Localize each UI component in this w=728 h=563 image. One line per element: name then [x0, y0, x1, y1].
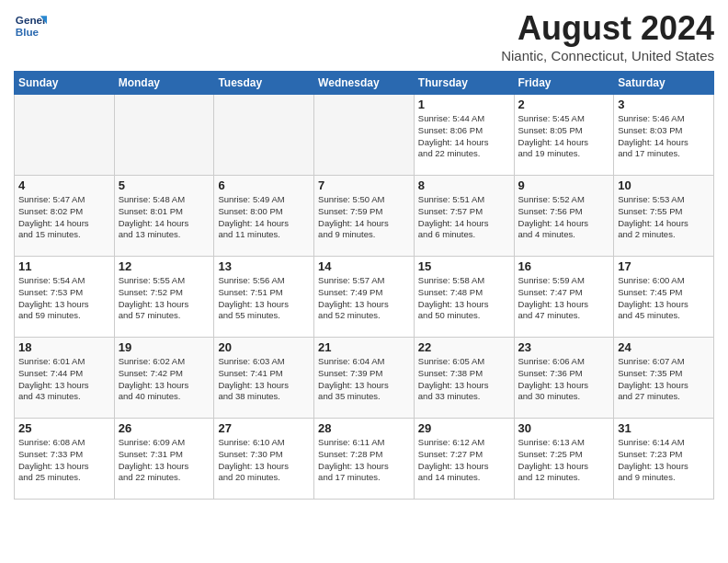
day-info: Sunrise: 5:58 AM Sunset: 7:48 PM Dayligh… [418, 275, 510, 322]
day-number: 11 [18, 259, 110, 273]
calendar-cell [314, 95, 415, 176]
day-info: Sunrise: 6:03 AM Sunset: 7:41 PM Dayligh… [218, 356, 310, 403]
day-number: 30 [518, 421, 610, 435]
calendar-cell: 27Sunrise: 6:10 AM Sunset: 7:30 PM Dayli… [214, 419, 314, 500]
calendar-week-row: 25Sunrise: 6:08 AM Sunset: 7:33 PM Dayli… [15, 419, 714, 500]
day-number: 17 [618, 259, 710, 273]
calendar-cell: 2Sunrise: 5:45 AM Sunset: 8:05 PM Daylig… [514, 95, 614, 176]
calendar-week-row: 11Sunrise: 5:54 AM Sunset: 7:53 PM Dayli… [15, 257, 714, 338]
day-header-sunday: Sunday [15, 72, 115, 95]
day-info: Sunrise: 5:50 AM Sunset: 7:59 PM Dayligh… [318, 194, 410, 241]
day-number: 12 [119, 259, 210, 273]
calendar-cell: 19Sunrise: 6:02 AM Sunset: 7:42 PM Dayli… [114, 338, 214, 419]
day-info: Sunrise: 5:46 AM Sunset: 8:03 PM Dayligh… [618, 113, 710, 160]
day-number: 26 [119, 421, 210, 435]
day-number: 22 [418, 340, 510, 354]
calendar-cell: 21Sunrise: 6:04 AM Sunset: 7:39 PM Dayli… [314, 338, 415, 419]
day-info: Sunrise: 6:02 AM Sunset: 7:42 PM Dayligh… [119, 356, 210, 403]
day-number: 2 [518, 98, 610, 111]
page-header: General Blue General Blue August 2024 Ni… [14, 9, 714, 63]
calendar-cell: 26Sunrise: 6:09 AM Sunset: 7:31 PM Dayli… [114, 419, 214, 500]
calendar-cell: 28Sunrise: 6:11 AM Sunset: 7:28 PM Dayli… [314, 419, 415, 500]
calendar-cell: 15Sunrise: 5:58 AM Sunset: 7:48 PM Dayli… [414, 257, 514, 338]
day-number: 25 [18, 421, 110, 435]
day-info: Sunrise: 6:06 AM Sunset: 7:36 PM Dayligh… [518, 356, 610, 403]
day-number: 9 [518, 178, 610, 192]
calendar-cell: 12Sunrise: 5:55 AM Sunset: 7:52 PM Dayli… [114, 257, 214, 338]
calendar-cell: 7Sunrise: 5:50 AM Sunset: 7:59 PM Daylig… [314, 176, 415, 257]
calendar-cell: 24Sunrise: 6:07 AM Sunset: 7:35 PM Dayli… [614, 338, 714, 419]
day-header-wednesday: Wednesday [314, 72, 415, 95]
day-info: Sunrise: 5:51 AM Sunset: 7:57 PM Dayligh… [418, 194, 510, 241]
day-info: Sunrise: 5:54 AM Sunset: 7:53 PM Dayligh… [18, 275, 110, 322]
day-info: Sunrise: 5:48 AM Sunset: 8:01 PM Dayligh… [119, 194, 210, 241]
day-info: Sunrise: 6:08 AM Sunset: 7:33 PM Dayligh… [18, 437, 110, 484]
calendar-cell: 25Sunrise: 6:08 AM Sunset: 7:33 PM Dayli… [15, 419, 115, 500]
day-number: 4 [18, 178, 110, 192]
calendar-cell: 18Sunrise: 6:01 AM Sunset: 7:44 PM Dayli… [15, 338, 115, 419]
day-info: Sunrise: 6:04 AM Sunset: 7:39 PM Dayligh… [318, 356, 410, 403]
calendar-header-row: SundayMondayTuesdayWednesdayThursdayFrid… [15, 72, 714, 95]
day-number: 29 [418, 421, 510, 435]
location: Niantic, Connecticut, United States [501, 48, 714, 63]
calendar-cell [114, 95, 214, 176]
day-header-saturday: Saturday [614, 72, 714, 95]
day-info: Sunrise: 6:11 AM Sunset: 7:28 PM Dayligh… [318, 437, 410, 484]
calendar-cell: 16Sunrise: 5:59 AM Sunset: 7:47 PM Dayli… [514, 257, 614, 338]
day-info: Sunrise: 6:05 AM Sunset: 7:38 PM Dayligh… [418, 356, 510, 403]
day-info: Sunrise: 6:07 AM Sunset: 7:35 PM Dayligh… [618, 356, 710, 403]
day-header-friday: Friday [514, 72, 614, 95]
day-info: Sunrise: 5:57 AM Sunset: 7:49 PM Dayligh… [318, 275, 410, 322]
day-info: Sunrise: 6:13 AM Sunset: 7:25 PM Dayligh… [518, 437, 610, 484]
calendar-cell: 22Sunrise: 6:05 AM Sunset: 7:38 PM Dayli… [414, 338, 514, 419]
day-info: Sunrise: 6:14 AM Sunset: 7:23 PM Dayligh… [618, 437, 710, 484]
calendar-cell: 31Sunrise: 6:14 AM Sunset: 7:23 PM Dayli… [614, 419, 714, 500]
day-info: Sunrise: 5:49 AM Sunset: 8:00 PM Dayligh… [218, 194, 310, 241]
day-number: 13 [218, 259, 310, 273]
day-info: Sunrise: 5:52 AM Sunset: 7:56 PM Dayligh… [518, 194, 610, 241]
day-info: Sunrise: 6:10 AM Sunset: 7:30 PM Dayligh… [218, 437, 310, 484]
day-header-monday: Monday [114, 72, 214, 95]
calendar-table: SundayMondayTuesdayWednesdayThursdayFrid… [14, 71, 714, 500]
calendar-week-row: 18Sunrise: 6:01 AM Sunset: 7:44 PM Dayli… [15, 338, 714, 419]
svg-text:Blue: Blue [16, 26, 40, 38]
title-area: August 2024 Niantic, Connecticut, United… [501, 9, 714, 63]
calendar-week-row: 1Sunrise: 5:44 AM Sunset: 8:06 PM Daylig… [15, 95, 714, 176]
calendar-cell: 9Sunrise: 5:52 AM Sunset: 7:56 PM Daylig… [514, 176, 614, 257]
calendar-week-row: 4Sunrise: 5:47 AM Sunset: 8:02 PM Daylig… [15, 176, 714, 257]
day-number: 5 [119, 178, 210, 192]
day-info: Sunrise: 6:12 AM Sunset: 7:27 PM Dayligh… [418, 437, 510, 484]
calendar-cell: 29Sunrise: 6:12 AM Sunset: 7:27 PM Dayli… [414, 419, 514, 500]
calendar-cell: 5Sunrise: 5:48 AM Sunset: 8:01 PM Daylig… [114, 176, 214, 257]
day-info: Sunrise: 5:59 AM Sunset: 7:47 PM Dayligh… [518, 275, 610, 322]
svg-text:General: General [16, 14, 47, 26]
day-number: 7 [318, 178, 410, 192]
day-number: 24 [618, 340, 710, 354]
day-number: 23 [518, 340, 610, 354]
day-info: Sunrise: 5:44 AM Sunset: 8:06 PM Dayligh… [418, 113, 510, 160]
calendar-cell: 8Sunrise: 5:51 AM Sunset: 7:57 PM Daylig… [414, 176, 514, 257]
calendar-cell: 23Sunrise: 6:06 AM Sunset: 7:36 PM Dayli… [514, 338, 614, 419]
day-number: 8 [418, 178, 510, 192]
day-header-thursday: Thursday [414, 72, 514, 95]
month-title: August 2024 [501, 9, 714, 48]
day-number: 6 [218, 178, 310, 192]
day-info: Sunrise: 5:56 AM Sunset: 7:51 PM Dayligh… [218, 275, 310, 322]
calendar-cell [15, 95, 115, 176]
logo: General Blue General Blue [14, 9, 47, 42]
day-number: 1 [418, 98, 510, 111]
day-number: 28 [318, 421, 410, 435]
day-info: Sunrise: 5:55 AM Sunset: 7:52 PM Dayligh… [119, 275, 210, 322]
calendar-cell: 17Sunrise: 6:00 AM Sunset: 7:45 PM Dayli… [614, 257, 714, 338]
calendar-cell: 4Sunrise: 5:47 AM Sunset: 8:02 PM Daylig… [15, 176, 115, 257]
day-number: 18 [18, 340, 110, 354]
day-number: 10 [618, 178, 710, 192]
calendar-cell: 10Sunrise: 5:53 AM Sunset: 7:55 PM Dayli… [614, 176, 714, 257]
day-number: 19 [119, 340, 210, 354]
calendar-cell [214, 95, 314, 176]
calendar-cell: 13Sunrise: 5:56 AM Sunset: 7:51 PM Dayli… [214, 257, 314, 338]
day-info: Sunrise: 6:09 AM Sunset: 7:31 PM Dayligh… [119, 437, 210, 484]
calendar-cell: 20Sunrise: 6:03 AM Sunset: 7:41 PM Dayli… [214, 338, 314, 419]
calendar-cell: 11Sunrise: 5:54 AM Sunset: 7:53 PM Dayli… [15, 257, 115, 338]
day-number: 31 [618, 421, 710, 435]
